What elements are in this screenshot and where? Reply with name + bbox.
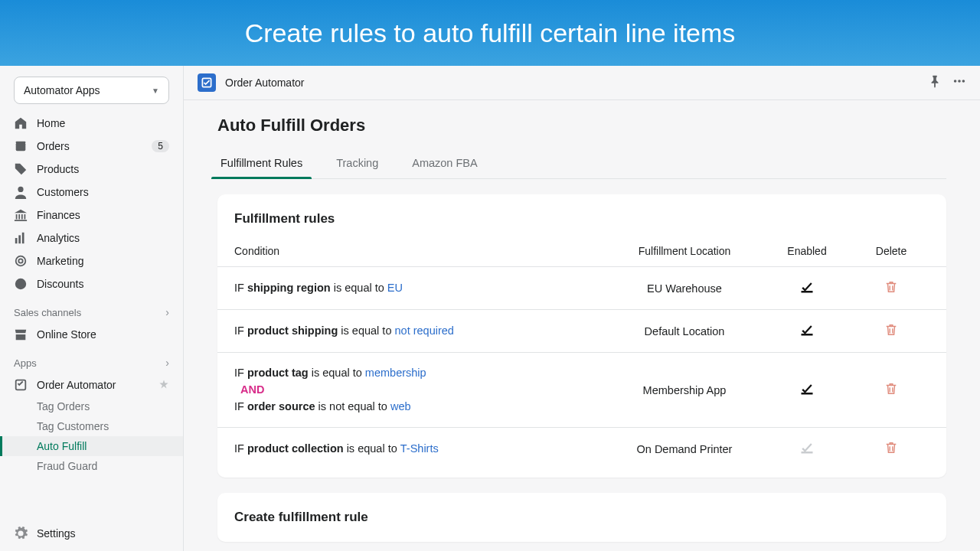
svg-rect-16 [802, 393, 813, 395]
enabled-toggle-icon[interactable] [799, 381, 815, 396]
condition-cell: IF product tag is equal to membershipAND… [234, 365, 608, 415]
enabled-toggle-icon[interactable] [799, 322, 815, 337]
tabs: Fulfillment Rules Tracking Amazon FBA [217, 149, 946, 179]
trash-icon[interactable] [884, 441, 898, 455]
trash-icon[interactable] [884, 280, 898, 294]
store-select-label: Automator Apps [24, 84, 100, 96]
svg-rect-0 [16, 143, 26, 152]
chevron-right-icon: › [165, 357, 169, 369]
cond-field: shipping region [247, 282, 331, 294]
nav-order-automator[interactable]: Order Automator [0, 373, 183, 396]
delete-cell [853, 441, 929, 457]
chevron-right-icon: › [165, 306, 169, 318]
nav-analytics[interactable]: Analytics [0, 227, 183, 249]
location-cell: On Demand Printer [608, 443, 761, 455]
orders-badge: 5 [152, 140, 169, 152]
enabled-cell [761, 440, 853, 458]
cond-if: IF [234, 400, 247, 412]
sidebar: Automator Apps ▼ Home Orders 5 Products … [0, 66, 184, 551]
cond-value: T-Shirts [400, 442, 439, 455]
enabled-cell [761, 279, 853, 297]
svg-rect-3 [15, 238, 18, 243]
svg-point-12 [958, 80, 961, 83]
target-icon [14, 254, 28, 268]
app-list-icon [14, 378, 28, 392]
tab-fulfillment-rules[interactable]: Fulfillment Rules [217, 149, 305, 178]
subnav-tag-customers[interactable]: Tag Customers [0, 416, 183, 436]
home-icon [14, 116, 28, 130]
nav-label: Home [37, 117, 169, 129]
nav-settings[interactable]: Settings [0, 522, 183, 551]
tag-icon [14, 162, 28, 176]
location-cell: Membership App [608, 384, 761, 396]
nav-marketing[interactable]: Marketing [0, 249, 183, 272]
nav-home[interactable]: Home [0, 112, 183, 135]
cond-if: IF [234, 442, 247, 455]
condition-and: AND [234, 382, 608, 399]
store-selector[interactable]: Automator Apps ▼ [14, 77, 169, 104]
svg-rect-5 [22, 233, 24, 243]
cond-op: is equal to [334, 282, 387, 294]
table-row: IF product collection is equal to T-Shir… [217, 427, 946, 470]
col-location: Fulfillment Location [608, 245, 761, 257]
nav-discounts[interactable]: Discounts [0, 272, 183, 295]
svg-rect-15 [802, 334, 813, 336]
tab-tracking[interactable]: Tracking [333, 149, 381, 178]
nav-label: Settings [37, 527, 169, 540]
nav-label: Discounts [37, 278, 169, 290]
svg-rect-17 [802, 452, 813, 454]
create-rule-title: Create fulfillment rule [234, 510, 929, 525]
cond-field: product collection [247, 442, 344, 455]
rules-table: Condition Fulfillment Location Enabled D… [217, 239, 946, 470]
pin-icon[interactable] [928, 74, 942, 91]
gear-icon [14, 527, 28, 540]
nav-customers[interactable]: Customers [0, 181, 183, 204]
hero-title: Create rules to auto fulfill certain lin… [245, 18, 736, 48]
trash-icon[interactable] [884, 382, 898, 396]
cond-if: IF [234, 367, 247, 379]
app-topbar: Order Automator [184, 66, 980, 100]
enabled-cell [761, 381, 853, 399]
nav-products[interactable]: Products [0, 158, 183, 181]
subnav-fraud-guard[interactable]: Fraud Guard [0, 456, 183, 476]
nav-label: Customers [37, 186, 169, 198]
page-title: Auto Fulfill Orders [217, 116, 946, 135]
svg-rect-4 [18, 235, 21, 243]
tab-amazon-fba[interactable]: Amazon FBA [409, 149, 480, 178]
more-icon[interactable] [952, 74, 966, 91]
svg-point-2 [18, 187, 23, 192]
cond-field: product shipping [247, 324, 338, 337]
app-icon [198, 73, 216, 92]
condition-line: IF order source is not equal to web [234, 399, 608, 416]
apps-heading[interactable]: Apps › [0, 346, 183, 373]
cond-op: is equal to [341, 324, 394, 337]
cond-op: is not equal to [318, 400, 390, 412]
nav-label: Orders [37, 140, 142, 152]
subnav-auto-fulfill[interactable]: Auto Fulfill [0, 436, 183, 456]
nav-online-store[interactable]: Online Store [0, 323, 183, 346]
delete-cell [853, 323, 929, 339]
subnav-tag-orders[interactable]: Tag Orders [0, 396, 183, 416]
cond-value: web [390, 400, 411, 412]
cond-if: IF [234, 324, 247, 337]
condition-cell: IF product shipping is equal to not requ… [234, 323, 608, 340]
trash-icon[interactable] [884, 323, 898, 337]
pin-icon[interactable] [158, 379, 169, 392]
table-header: Condition Fulfillment Location Enabled D… [217, 239, 946, 266]
col-enabled: Enabled [761, 245, 853, 257]
bank-icon [14, 208, 28, 222]
condition-line: IF product collection is equal to T-Shir… [234, 441, 608, 458]
svg-point-11 [954, 80, 957, 83]
svg-point-13 [962, 80, 965, 83]
person-icon [14, 185, 28, 199]
enabled-cell [761, 322, 853, 340]
orders-icon [14, 139, 28, 153]
enabled-toggle-icon[interactable] [799, 279, 815, 295]
sales-channels-heading[interactable]: Sales channels › [0, 295, 183, 323]
nav-finances[interactable]: Finances [0, 204, 183, 227]
enabled-toggle-icon[interactable] [799, 440, 815, 455]
table-row: IF shipping region is equal to EUEU Ware… [217, 266, 946, 309]
section-text: Sales channels [14, 307, 81, 318]
nav-label: Finances [37, 209, 169, 221]
nav-orders[interactable]: Orders 5 [0, 135, 183, 158]
